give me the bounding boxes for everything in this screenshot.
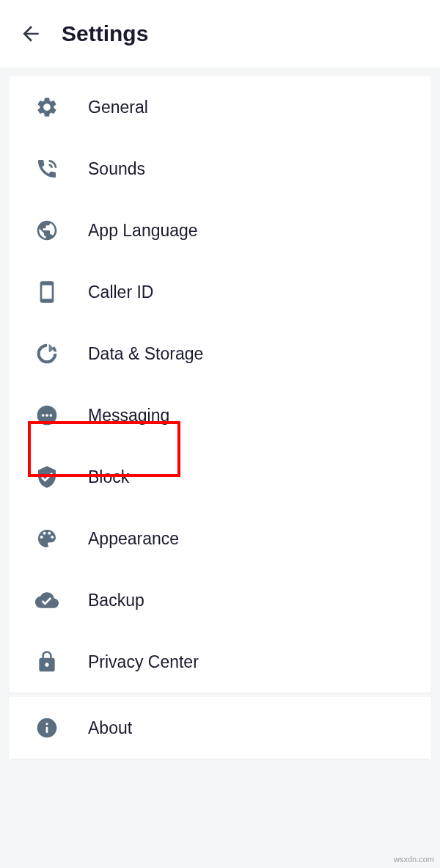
settings-item-datastorage[interactable]: Data & Storage	[9, 323, 431, 384]
back-button[interactable]	[18, 21, 44, 47]
settings-group-main: General Sounds App Language Caller ID Da…	[9, 76, 431, 693]
watermark: wsxdn.com	[394, 855, 434, 864]
cloud-check-icon	[34, 587, 60, 613]
settings-item-sounds[interactable]: Sounds	[9, 138, 431, 200]
header: Settings	[0, 0, 440, 68]
phone-icon	[34, 279, 60, 305]
settings-item-callerid[interactable]: Caller ID	[9, 261, 431, 323]
message-bubble-icon	[34, 402, 60, 428]
settings-item-label: Caller ID	[88, 282, 153, 302]
settings-group-about: About	[9, 697, 431, 759]
settings-item-label: Block	[88, 467, 129, 487]
settings-item-messaging[interactable]: Messaging	[9, 384, 431, 446]
lock-icon	[34, 649, 60, 675]
settings-item-label: Backup	[88, 591, 144, 610]
settings-item-privacy[interactable]: Privacy Center	[9, 631, 431, 693]
info-icon	[34, 715, 60, 741]
settings-item-label: Sounds	[88, 159, 145, 179]
settings-item-appearance[interactable]: Appearance	[9, 508, 431, 569]
gear-icon	[34, 94, 60, 120]
settings-item-block[interactable]: Block	[9, 446, 431, 508]
settings-item-label: App Language	[88, 221, 198, 241]
back-arrow-icon	[18, 21, 44, 47]
settings-item-label: Data & Storage	[88, 344, 203, 364]
shield-check-icon	[34, 464, 60, 490]
settings-item-backup[interactable]: Backup	[9, 569, 431, 631]
settings-item-about[interactable]: About	[9, 697, 431, 759]
settings-item-language[interactable]: App Language	[9, 200, 431, 261]
settings-item-label: Messaging	[88, 406, 169, 426]
phone-sound-icon	[34, 156, 60, 182]
page-title: Settings	[62, 21, 148, 46]
settings-item-label: About	[88, 718, 132, 738]
globe-icon	[34, 217, 60, 244]
settings-item-general[interactable]: General	[9, 76, 431, 138]
settings-item-label: Privacy Center	[88, 652, 199, 672]
palette-icon	[34, 525, 60, 552]
data-circle-icon	[34, 340, 60, 367]
settings-item-label: General	[88, 98, 148, 117]
settings-item-label: Appearance	[88, 529, 179, 549]
